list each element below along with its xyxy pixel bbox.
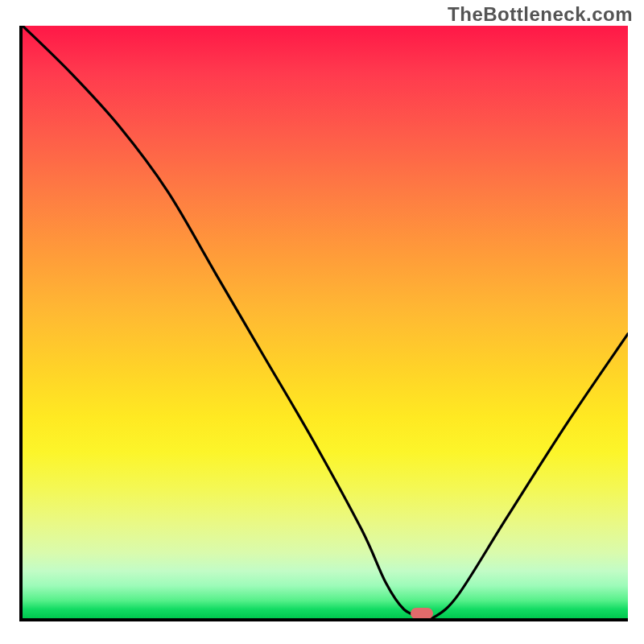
chart-stage: TheBottleneck.com: [0, 0, 644, 644]
bottleneck-curve: [23, 26, 628, 619]
watermark-text: TheBottleneck.com: [448, 3, 633, 26]
curve-layer: [23, 26, 628, 618]
optimal-point-marker: [411, 608, 433, 619]
plot-area: [19, 26, 628, 621]
